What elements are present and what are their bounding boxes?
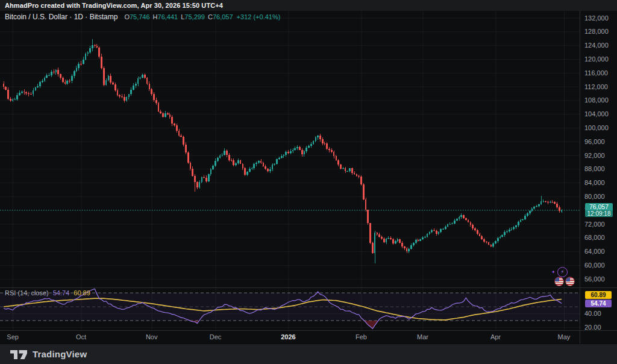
- price-axis[interactable]: 132,000128,000124,000120,000116,000112,0…: [580, 11, 617, 330]
- price-axis-label: 100,000: [584, 124, 609, 131]
- chart-canvas[interactable]: [0, 0, 617, 364]
- footer-bar: TradingView: [0, 344, 617, 364]
- price-axis-label: 80,000: [584, 193, 605, 200]
- ohlc-field-value: 75,746: [130, 13, 150, 20]
- price-axis-label: 96,000: [584, 138, 605, 145]
- price-axis-label: 116,000: [584, 69, 608, 77]
- rsi-label: RSI (14, close): [5, 289, 49, 297]
- time-axis-label: Dec: [202, 333, 229, 340]
- rsi-axis-label: 40.00: [584, 310, 601, 317]
- tradingview-logo[interactable]: TradingView: [10, 348, 87, 360]
- ohlc-field-label: H: [153, 13, 158, 20]
- time-axis-label: Mar: [410, 333, 436, 340]
- rsi-ma-value: 60.89: [74, 289, 90, 297]
- bar-countdown: 12:09:18: [585, 210, 613, 217]
- rsi-value-badge: 54.74: [585, 300, 612, 307]
- tradingview-chart-snapshot: AhmadPro created with TradingView.com, A…: [0, 0, 617, 364]
- tradingview-logo-icon: [10, 348, 28, 360]
- candlestick-series: [3, 39, 563, 263]
- tradingview-logo-text: TradingView: [33, 349, 87, 359]
- symbol-title: Bitcoin / U.S. Dollar · 1D · Bitstamp: [5, 13, 117, 21]
- change-value: +312 (+0.41%): [237, 13, 281, 20]
- price-axis-label: 64,000: [584, 248, 605, 255]
- ohlc-field-value: 75,299: [184, 13, 205, 20]
- price-axis-label: 68,000: [584, 234, 605, 241]
- price-axis-label: 88,000: [584, 165, 605, 172]
- price-axis-label: 60,000: [584, 262, 605, 269]
- last-price-badge: 76,057 12:09:18: [585, 203, 613, 217]
- price-axis-label: 112,000: [584, 83, 608, 90]
- symbol-legend[interactable]: Bitcoin / U.S. Dollar · 1D · BitstampO75…: [5, 13, 280, 21]
- us-flag-reaction-icon[interactable]: [554, 277, 564, 286]
- last-price-value: 76,057: [585, 203, 613, 210]
- rsi-value: 54.74: [53, 289, 70, 297]
- price-axis-label: 72,000: [584, 221, 605, 228]
- rsi-legend[interactable]: RSI (14, close)54.7460.89: [5, 289, 90, 297]
- time-axis-label: Sep: [0, 333, 26, 340]
- price-axis-label: 92,000: [584, 152, 605, 159]
- time-axis-label: Nov: [139, 333, 165, 340]
- time-axis[interactable]: SepOctNovDec2026FebMarAprMay: [0, 330, 580, 344]
- price-axis-label: 84,000: [584, 179, 605, 186]
- attribution-text: AhmadPro created with TradingView.com, A…: [0, 0, 617, 11]
- time-axis-label: Apr: [482, 333, 509, 340]
- us-flag-reaction-icon[interactable]: [565, 277, 575, 286]
- ohlc-values: O75,746H76,441L75,299C76,057: [121, 13, 233, 20]
- sparkle-icon: ✦: [551, 269, 556, 275]
- price-axis-label: 56,000: [584, 275, 605, 283]
- price-axis-label: 108,000: [584, 96, 609, 104]
- attribution-bar: AhmadPro created with TradingView.com, A…: [0, 0, 617, 11]
- ohlc-field-value: 76,057: [213, 13, 233, 20]
- ohlc-field-label: O: [124, 13, 130, 20]
- ohlc-field-label: C: [208, 13, 213, 20]
- price-axis-label: 128,000: [584, 28, 609, 35]
- price-axis-label: 132,000: [584, 14, 609, 22]
- price-axis-label: 124,000: [584, 42, 609, 49]
- lightning-reaction-icon[interactable]: ⚡: [557, 267, 568, 277]
- time-axis-label: May: [551, 333, 577, 340]
- price-axis-label: 104,000: [584, 110, 609, 118]
- ohlc-field-value: 76,441: [158, 13, 178, 20]
- time-axis-label: Feb: [348, 333, 374, 340]
- time-axis-label: 2026: [275, 333, 302, 340]
- rsi-axis-label: 20.00: [584, 324, 601, 331]
- grid-lines: [0, 11, 580, 330]
- time-axis-label: Oct: [68, 333, 95, 340]
- price-axis-label: 120,000: [584, 55, 609, 63]
- rsi-ma-badge: 60.89: [585, 291, 612, 299]
